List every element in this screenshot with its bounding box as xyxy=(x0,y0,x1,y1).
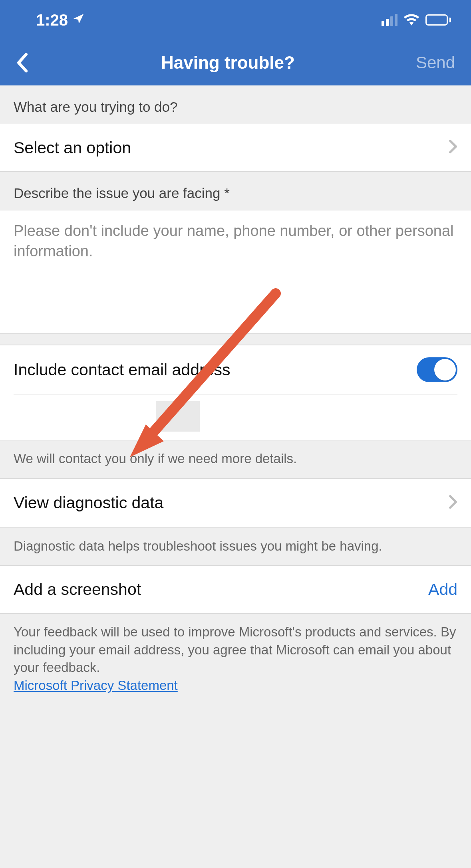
status-time: 1:28 xyxy=(36,11,68,29)
battery-icon xyxy=(425,14,451,26)
q1-label: What are you trying to do? xyxy=(0,85,471,124)
include-email-row: Include contact email address xyxy=(0,345,471,394)
contact-note: We will contact you only if we need more… xyxy=(0,440,471,478)
email-field-row[interactable] xyxy=(0,394,471,440)
nav-bar: Having trouble? Send xyxy=(0,40,471,85)
location-icon xyxy=(72,11,85,29)
status-bar: 1:28 xyxy=(0,0,471,40)
select-option-value: Select an option xyxy=(14,139,131,157)
select-option-row[interactable]: Select an option xyxy=(0,124,471,172)
include-email-toggle[interactable] xyxy=(417,357,457,382)
chevron-right-icon xyxy=(449,493,457,513)
issue-description-input[interactable] xyxy=(0,210,471,334)
privacy-statement-link[interactable]: Microsoft Privacy Statement xyxy=(14,678,178,693)
diagnostic-note: Diagnostic data helps troubleshoot issue… xyxy=(0,528,471,566)
section-divider xyxy=(0,335,471,345)
view-diagnostic-data-label: View diagnostic data xyxy=(14,493,163,512)
back-button[interactable] xyxy=(16,53,40,73)
wifi-icon xyxy=(403,13,420,27)
add-screenshot-label: Add a screenshot xyxy=(14,580,141,599)
add-screenshot-button[interactable]: Add xyxy=(428,580,457,599)
email-redacted xyxy=(156,401,200,432)
send-button[interactable]: Send xyxy=(416,53,455,72)
add-screenshot-row: Add a screenshot Add xyxy=(0,565,471,614)
disclosure-body: Your feedback will be used to improve Mi… xyxy=(14,624,456,675)
q2-label: Describe the issue you are facing * xyxy=(0,172,471,210)
chevron-right-icon xyxy=(449,138,457,158)
page-title: Having trouble? xyxy=(161,53,295,73)
view-diagnostic-data-row[interactable]: View diagnostic data xyxy=(0,478,471,528)
include-email-label: Include contact email address xyxy=(14,361,230,379)
cellular-signal-icon xyxy=(382,14,397,26)
disclosure-text: Your feedback will be used to improve Mi… xyxy=(0,614,471,704)
